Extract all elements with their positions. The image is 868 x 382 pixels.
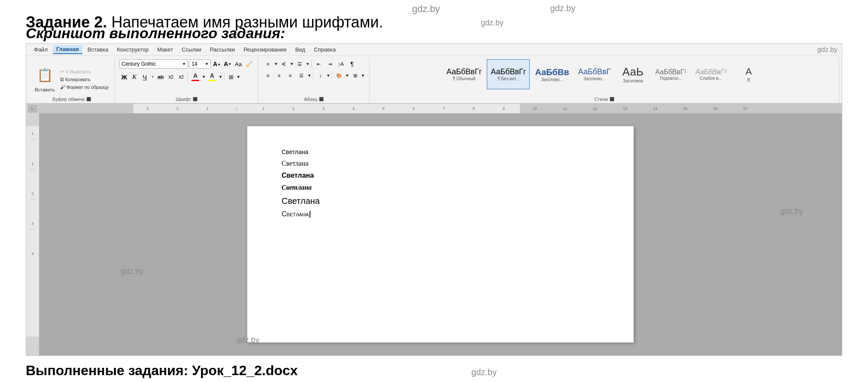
clipboard-group: 📋 Вставить ✂ X Вырезать ⧉ Копировать bbox=[29, 58, 115, 103]
svg-text:1: 1 bbox=[31, 161, 33, 166]
paste-icon: 📋 bbox=[37, 69, 53, 82]
decrease-indent-button[interactable]: ⇤ bbox=[313, 59, 324, 69]
svg-text:11: 11 bbox=[563, 106, 567, 111]
para-divider-1 bbox=[311, 60, 312, 68]
style-h1-preview: АаБбВв bbox=[535, 67, 569, 77]
svg-text:3: 3 bbox=[31, 221, 33, 226]
numbering-arrow[interactable]: ▼ bbox=[290, 62, 294, 66]
style-no-spacing[interactable]: АаБбВвГг ¶ Без инт... bbox=[487, 59, 530, 89]
menu-mailings[interactable]: Рассылки bbox=[206, 45, 238, 54]
font-shrink-button[interactable]: A▼ bbox=[223, 59, 232, 69]
style-no-spacing-label: ¶ Без инт... bbox=[498, 76, 519, 81]
subscript-button[interactable]: x2 bbox=[166, 72, 176, 82]
doc-line-6: Светлана| bbox=[282, 209, 599, 219]
clipboard-expand-icon[interactable]: ⬛ bbox=[86, 97, 91, 101]
border-button[interactable]: ⊞ bbox=[226, 72, 236, 82]
align-center-button[interactable]: ≡ bbox=[274, 71, 284, 80]
increase-indent-button[interactable]: ⇥ bbox=[325, 59, 335, 69]
justify-button[interactable]: ☰ bbox=[296, 71, 307, 80]
svg-text:15: 15 bbox=[683, 106, 687, 111]
italic-button[interactable]: К bbox=[130, 72, 139, 82]
cut-button[interactable]: ✂ X Вырезать bbox=[58, 68, 111, 75]
multilevel-button[interactable]: ☰ bbox=[294, 59, 305, 69]
bullets-arrow[interactable]: ▼ bbox=[274, 62, 278, 66]
font-grow-button[interactable]: A▲ bbox=[212, 59, 222, 69]
doc-line-5: Светлана bbox=[282, 194, 599, 207]
style-heading1[interactable]: АаБбВв Заголово... bbox=[531, 59, 573, 89]
menu-bar: Файл Главная Вставка Конструктор Макет С… bbox=[26, 44, 842, 56]
svg-text:9: 9 bbox=[503, 106, 505, 111]
style-heading2[interactable]: АаБбВвГ Заголово... bbox=[574, 59, 615, 89]
border-arrow[interactable]: ▼ bbox=[237, 75, 240, 79]
style-title[interactable]: АаЬ Заголовок bbox=[616, 59, 650, 89]
font-color-arrow[interactable]: ▼ bbox=[202, 75, 206, 79]
superscript-button[interactable]: x2 bbox=[176, 72, 186, 82]
shading-button[interactable]: 🎨 bbox=[334, 71, 344, 80]
svg-text:13: 13 bbox=[623, 106, 627, 111]
border-para-button[interactable]: ⊞ bbox=[350, 71, 360, 80]
style-h1-label: Заголово... bbox=[541, 77, 563, 82]
line-spacing-button[interactable]: ↕ bbox=[315, 71, 325, 80]
highlight-button[interactable]: A bbox=[206, 72, 218, 82]
para-divider-3 bbox=[332, 72, 332, 79]
bold-button[interactable]: Ж bbox=[119, 72, 129, 82]
document-container: gdz.by gdz.by gdz.by Светлана Светлана С… bbox=[39, 113, 842, 355]
bullets-button[interactable]: ≡ bbox=[263, 59, 273, 69]
style-normal[interactable]: АаБбВвГг ¶ Обычный bbox=[443, 59, 486, 89]
align-right-button[interactable]: ≡ bbox=[285, 71, 295, 80]
styles-expand-icon[interactable]: ⬛ bbox=[610, 97, 614, 101]
svg-text:14: 14 bbox=[653, 106, 657, 111]
font-name-dropdown[interactable]: Century Gothic ▼ bbox=[119, 59, 188, 69]
menu-layout[interactable]: Макет bbox=[154, 45, 176, 54]
copy-button[interactable]: ⧉ Копировать bbox=[58, 76, 111, 83]
strikethrough-button[interactable]: ab bbox=[156, 72, 165, 82]
svg-text:10: 10 bbox=[533, 106, 537, 111]
align-left-button[interactable]: ≡ bbox=[263, 71, 273, 80]
svg-text:16: 16 bbox=[713, 106, 717, 111]
format-painter-button[interactable]: 🖌 Формат по образцу bbox=[58, 84, 111, 91]
font-size-dropdown[interactable]: 14 ▼ bbox=[189, 59, 211, 69]
style-title-preview: АаЬ bbox=[622, 65, 643, 79]
menu-references[interactable]: Ссылки bbox=[178, 45, 205, 54]
highlight-arrow[interactable]: ▼ bbox=[219, 75, 222, 79]
vertical-ruler: 1 1 2 3 4 bbox=[26, 113, 39, 355]
style-subtitle[interactable]: АаБбВвГ¹ Подзагол... bbox=[651, 59, 690, 89]
border-para-arrow[interactable]: ▼ bbox=[361, 73, 365, 78]
style-b[interactable]: А В bbox=[731, 59, 766, 89]
case-button[interactable]: Aa bbox=[234, 59, 243, 69]
clear-formatting-button[interactable]: 🧹 bbox=[244, 59, 254, 69]
svg-text:3: 3 bbox=[322, 106, 325, 111]
doc-line-4: Светлана bbox=[282, 182, 599, 193]
font-color-button[interactable]: A bbox=[190, 72, 201, 82]
menu-file[interactable]: Файл bbox=[30, 45, 51, 54]
spacing-arrow[interactable]: ▼ bbox=[326, 73, 330, 78]
font-expand-icon[interactable]: ⬛ bbox=[193, 97, 197, 101]
menu-help[interactable]: Справка bbox=[310, 45, 339, 54]
style-h2-preview: АаБбВвГ bbox=[578, 67, 611, 77]
menu-review[interactable]: Рецензирование bbox=[240, 45, 290, 54]
paste-button[interactable]: 📋 Вставить bbox=[33, 64, 57, 92]
style-subtle[interactable]: АаБбВвГ² Слабое в... bbox=[692, 59, 730, 89]
watermark-doc-bottom: gdz.by bbox=[237, 336, 259, 345]
menu-home[interactable]: Главная bbox=[53, 45, 82, 54]
menu-insert[interactable]: Вставка bbox=[84, 45, 112, 54]
menu-view[interactable]: Вид bbox=[292, 45, 309, 54]
shading-arrow[interactable]: ▼ bbox=[345, 73, 349, 78]
sort-button[interactable]: ↕A bbox=[336, 59, 346, 69]
underline-button[interactable]: Ч bbox=[140, 72, 149, 82]
svg-text:6: 6 bbox=[413, 106, 415, 111]
ruler-corner: L bbox=[26, 104, 39, 113]
document-page: Светлана Светлана Светлана Светлана Свет… bbox=[247, 126, 634, 343]
divider-3 bbox=[224, 73, 225, 81]
font-group: Century Gothic ▼ 14 ▼ A▲ A▼ Aa 🧹 Ж К bbox=[115, 58, 258, 103]
style-subtle-label: Слабое в... bbox=[700, 76, 722, 81]
menu-design[interactable]: Конструктор bbox=[113, 45, 152, 54]
pilcrow-button[interactable]: ¶ bbox=[347, 59, 357, 69]
multilevel-arrow[interactable]: ▼ bbox=[306, 62, 310, 66]
style-b-label: В bbox=[747, 78, 750, 82]
paragraph-expand-icon[interactable]: ⬛ bbox=[319, 97, 324, 101]
numbering-button[interactable]: ⑆ bbox=[279, 59, 289, 69]
justify-arrow[interactable]: ▼ bbox=[307, 73, 311, 78]
style-subtle-preview: АаБбВвГ² bbox=[695, 68, 726, 76]
paste-label: Вставить bbox=[35, 87, 55, 92]
